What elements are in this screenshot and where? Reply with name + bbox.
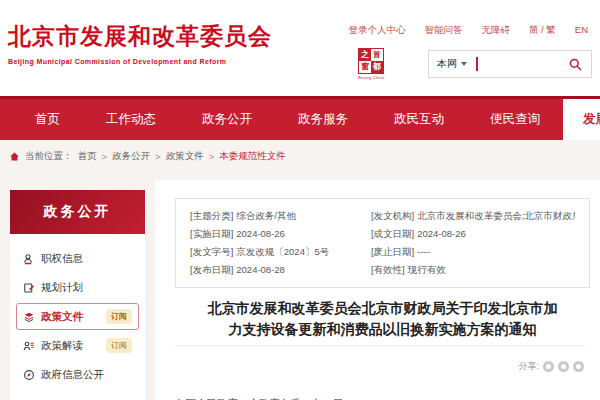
capital-window-seal-logo[interactable]: 之 首 窗 都 Beijing·China (358, 48, 384, 80)
meta-issuing-agency: [发文机构]北京市发展和改革委员会;北京市财政局 (371, 207, 575, 225)
title-divider (175, 345, 585, 346)
seal-caption: Beijing·China (358, 75, 384, 80)
sidebar-item-label: 政策文件 (41, 310, 83, 324)
sidebar-item-policy-files[interactable]: 政策文件 订阅 (16, 303, 139, 330)
nav-gov-affairs[interactable]: 政务公开 (179, 99, 275, 140)
chevron-down-icon (461, 62, 467, 66)
site-brand[interactable]: 北京市发展和改革委员会 Beijing Municipal Commission… (8, 21, 272, 65)
breadcrumb-gov-affairs[interactable]: 政务公开 (112, 150, 150, 163)
meta-implementation-date: [实施日期]2024-08-26 (190, 225, 371, 243)
document-panel: [主题分类]综合政务/其他 [发文机构]北京市发展和改革委员会;北京市财政局 [… (155, 180, 600, 400)
compass-icon (23, 369, 35, 381)
accessibility-link[interactable]: 无障碍 (481, 24, 510, 37)
search-input[interactable] (478, 59, 569, 70)
meta-issuance-date: [成文日期]2024-08-26 (371, 225, 575, 243)
sidebar-menu: 职权信息 规划计划 (10, 234, 145, 400)
plan-document-icon (23, 282, 35, 294)
sidebar-item-plans[interactable]: 规划计划 (16, 274, 139, 301)
home-icon (9, 151, 20, 162)
person-speech-icon (23, 340, 35, 352)
login-link[interactable]: 登录个人中心 (348, 24, 405, 37)
search-button[interactable] (568, 57, 583, 72)
sidebar-item-gov-info-disclosure[interactable]: 政府信息公开 (16, 361, 139, 388)
breadcrumb-prefix: 当前位置： (25, 150, 73, 163)
breadcrumb-policy-files[interactable]: 政策文件 (166, 150, 204, 163)
site-title: 北京市发展和改革委员会 (8, 21, 272, 52)
share-label: 分享: (518, 360, 539, 373)
search-scope-dropdown[interactable]: 本网 (437, 57, 467, 71)
nav-gov-services[interactable]: 政务服务 (275, 99, 371, 140)
layers-icon (23, 311, 35, 323)
nav-convenience-query[interactable]: 便民查询 (467, 99, 563, 140)
subscribe-badge[interactable]: 订阅 (106, 309, 132, 324)
share-weibo-icon[interactable] (558, 361, 569, 372)
sidebar-item-label: 规划计划 (41, 281, 83, 295)
main-nav: 首页 工作动态 政务公开 政务服务 政民互动 便民查询 发展改革专栏 (0, 96, 600, 140)
sidebar-item-label: 政府信息公开 (41, 368, 104, 382)
breadcrumb: 当前位置： 首页 > 政务公开 > 政策文件 > 本委规范性文件 (0, 140, 600, 172)
sidebar: 政务公开 职权信息 规 (10, 190, 145, 400)
share-bar: 分享: (175, 360, 590, 373)
english-link[interactable]: EN (575, 24, 588, 37)
smart-qa-link[interactable]: 智能问答 (424, 24, 462, 37)
share-wechat-icon[interactable] (543, 361, 554, 372)
meta-document-number: [发文字号]京发改规〔2024〕5号 (190, 243, 371, 261)
meta-repeal-date: [废止日期]---- (371, 243, 575, 261)
breadcrumb-home[interactable]: 首页 (78, 150, 97, 163)
meta-topic-category: [主题分类]综合政务/其他 (190, 207, 371, 225)
simplified-traditional-link[interactable]: 简 / 繁 (529, 24, 556, 37)
site-search: 本网 (428, 50, 592, 78)
search-icon (568, 57, 583, 72)
page-body: 政务公开 职权信息 规 (0, 172, 600, 400)
sidebar-item-label: 政策解读 (41, 339, 83, 353)
document-meta-table: [主题分类]综合政务/其他 [发文机构]北京市发展和改革委员会;北京市财政局 [… (175, 198, 590, 288)
utility-links: 登录个人中心 智能问答 无障碍 简 / 繁 EN (348, 24, 588, 37)
share-qzone-icon[interactable] (573, 361, 584, 372)
site-header: 北京市发展和改革委员会 Beijing Municipal Commission… (0, 0, 600, 96)
nav-development-reform-column[interactable]: 发展改革专栏 (563, 99, 600, 140)
sidebar-title: 政务公开 (10, 190, 145, 234)
id-badge-icon (23, 253, 35, 265)
breadcrumb-current: 本委规范性文件 (219, 150, 286, 163)
sidebar-item-authority-info[interactable]: 职权信息 (16, 245, 139, 272)
site-subtitle: Beijing Municipal Commission of Developm… (8, 58, 272, 65)
seal-icon: 之 首 窗 都 (358, 48, 384, 74)
meta-publish-date: [发布日期]2024-08-28 (190, 261, 371, 279)
nav-interaction[interactable]: 政民互动 (371, 99, 467, 140)
subscribe-badge[interactable]: 订阅 (106, 338, 132, 353)
document-title: 北京市发展和改革委员会北京市财政局关于印发北京市加力支持设备更新和消费品以旧换新… (201, 298, 564, 340)
nav-work-news[interactable]: 工作动态 (83, 99, 179, 140)
sidebar-item-label: 职权信息 (41, 252, 83, 266)
nav-home[interactable]: 首页 (12, 99, 83, 140)
meta-validity: [有效性]现行有效 (371, 261, 575, 279)
sidebar-item-policy-interpretation[interactable]: 政策解读 订阅 (16, 332, 139, 359)
